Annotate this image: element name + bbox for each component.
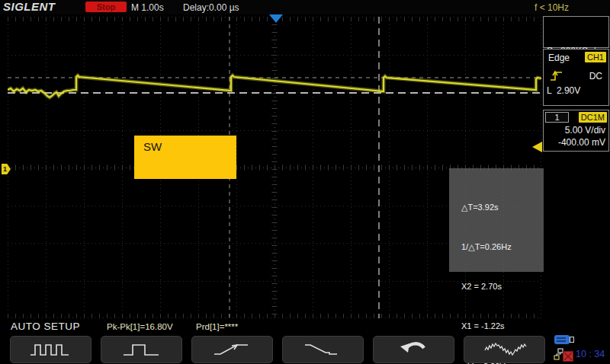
rising-edge-slope-icon bbox=[550, 69, 565, 85]
menu-button-pulse-train[interactable] bbox=[10, 336, 92, 363]
cursor-delta-t: △T=3.92s bbox=[461, 201, 544, 214]
trigger-source-badge: CH1 bbox=[585, 52, 606, 62]
timebase-readout[interactable]: M 1.00s bbox=[131, 2, 164, 13]
rising-edge-icon bbox=[210, 340, 255, 359]
usb-connector-icon bbox=[570, 337, 574, 343]
channel-number-badge: 1 bbox=[545, 112, 569, 123]
pulse-train-icon bbox=[28, 340, 74, 359]
print-error-icon bbox=[563, 351, 573, 362]
undo-icon bbox=[391, 340, 437, 359]
ch1-waveform-glow bbox=[8, 75, 541, 97]
channel-coupling-badge: DC1M bbox=[579, 112, 607, 123]
usb-drive-icon bbox=[554, 335, 570, 344]
noisy-sine-icon bbox=[482, 340, 528, 359]
trigger-level-marker[interactable] bbox=[532, 142, 542, 152]
trigger-level-readout: L 2.90V bbox=[547, 85, 580, 96]
cursor-x2: X2 = 2.70s bbox=[461, 280, 544, 293]
run-state-button[interactable]: Stop bbox=[85, 2, 127, 12]
brand-logo: SIGLENT bbox=[3, 0, 56, 13]
channel1-info-box[interactable]: 1 DC1M 5.00 V/div -400.00 mV bbox=[543, 110, 609, 152]
menu-button-falling-edge[interactable] bbox=[282, 336, 364, 363]
menu-button-square-pulse[interactable] bbox=[101, 336, 182, 363]
channel-scale-readout: 5.00 V/div bbox=[565, 125, 605, 136]
menu-button-rising-edge[interactable] bbox=[191, 336, 273, 363]
cursor-x1: X1 = -1.22s bbox=[461, 320, 544, 333]
measurement-period: Prd[1]=**** bbox=[196, 322, 238, 331]
acquisition-info-box: Sa 200KSa/s Curr 2.8Mpts bbox=[543, 16, 609, 48]
falling-edge-icon bbox=[300, 340, 346, 359]
trigger-type: Edge bbox=[548, 53, 570, 63]
oscilloscope-screen: SIGLENT Stop M 1.00s Delay:0.00 µs f < 1… bbox=[0, 0, 610, 364]
measurement-pkpk: Pk-Pk[1]=16.80V bbox=[107, 322, 173, 331]
cursor-measurement-panel: △T=3.92s 1/△T=0.26Hz X2 = 2.70s X1 = -1.… bbox=[449, 168, 544, 272]
menu-button-undo[interactable] bbox=[373, 336, 454, 363]
cursor-inv-delta-t: 1/△T=0.26Hz bbox=[461, 241, 544, 254]
trigger-delay-readout[interactable]: Delay:0.00 µs bbox=[183, 2, 239, 13]
frequency-counter: f < 10Hz bbox=[535, 2, 569, 13]
square-pulse-icon bbox=[119, 340, 165, 359]
clock-readout: 10 : 34 bbox=[576, 349, 605, 359]
menu-button-noisy-sine[interactable] bbox=[464, 336, 545, 363]
channel-label-box[interactable]: SW bbox=[134, 136, 236, 179]
trigger-coupling: DC bbox=[589, 71, 602, 81]
mode-label: AUTO SETUP bbox=[11, 321, 80, 332]
top-status-bar: SIGLENT Stop M 1.00s Delay:0.00 µs f < 1… bbox=[0, 0, 610, 14]
trigger-position-marker[interactable] bbox=[269, 14, 283, 23]
trigger-info-box[interactable]: Edge CH1 DC L 2.90V bbox=[543, 49, 609, 106]
channel-offset-readout: -400.00 mV bbox=[558, 137, 605, 148]
